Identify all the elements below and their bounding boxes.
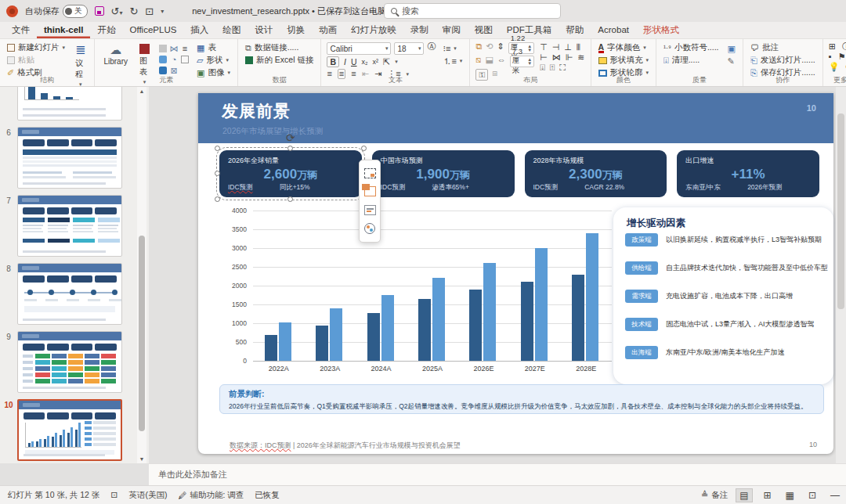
tab-审阅[interactable]: 审阅: [436, 22, 468, 38]
align-middle-icon[interactable]: ⊣: [552, 43, 560, 52]
data-links-button[interactable]: ⧉数据链接.....: [244, 42, 316, 53]
bar-2025A-s2[interactable]: [432, 278, 445, 361]
bar-2024A-s1[interactable]: [367, 313, 380, 361]
font-name-combo[interactable]: Calibri▾: [327, 42, 391, 55]
align-top-icon[interactable]: ⊤: [540, 43, 548, 52]
comments-button[interactable]: 🗩批注: [749, 42, 817, 53]
slide-thumbnail-7[interactable]: [17, 195, 122, 257]
slider-icon[interactable]: ⊠: [170, 67, 177, 75]
tab-动画[interactable]: 动画: [312, 22, 344, 38]
bar-2022A-s2[interactable]: [279, 322, 291, 361]
slide-thumbnail-8[interactable]: [17, 263, 122, 325]
bullets-icon[interactable]: ≡: [183, 45, 187, 53]
tab-视图[interactable]: 视图: [468, 22, 500, 38]
canvas-scrollbar-thumb[interactable]: [837, 113, 844, 309]
autosave-toggle[interactable]: 自动保存 关: [25, 5, 88, 18]
rounded-rect-icon[interactable]: [159, 56, 167, 63]
tab-think-cell[interactable]: think-cell: [37, 22, 90, 38]
growth-drivers-panel[interactable]: 增长驱动因素 政策端以旧换新延续，购置税减半执行，L3智驾补贴预期供给端自主品牌…: [613, 207, 833, 384]
bold-button[interactable]: B: [327, 56, 339, 67]
selection-handle-tr[interactable]: [361, 146, 367, 151]
slide-thumbnail-partial[interactable]: [17, 87, 122, 121]
slideshow-view-button[interactable]: ⊡: [805, 489, 819, 502]
customize-qat-icon[interactable]: ▾: [161, 8, 164, 15]
tab-形状格式[interactable]: 形状格式: [636, 22, 686, 38]
selection-handle-bl[interactable]: [215, 196, 220, 202]
slide-sorter-view-button[interactable]: ⊞: [761, 489, 775, 502]
driver-tag[interactable]: 需求端: [625, 290, 658, 303]
accessibility-status[interactable]: 🖉辅助功能: 调查: [179, 490, 244, 501]
snap-icon[interactable]: ⍗: [540, 63, 545, 72]
scrollbar-thumb[interactable]: [139, 236, 145, 431]
scroll-down-icon[interactable]: ▼: [137, 456, 146, 462]
shapes-button[interactable]: ▱形状▾: [195, 55, 232, 66]
save-icon[interactable]: [95, 6, 104, 16]
tab-绘图[interactable]: 绘图: [215, 22, 248, 38]
library-button[interactable]: ☁Library: [100, 42, 131, 67]
clear-formatting-icon[interactable]: Ⓐ: [427, 42, 436, 55]
send-slides-button[interactable]: ⎗发送幻灯片......: [749, 55, 817, 66]
slide-canvas[interactable]: 发展前景 2026年市场展望与增长预测 10 2026年全球销量2,600万辆I…: [198, 93, 833, 454]
stack-icon[interactable]: ≋: [577, 53, 584, 62]
grow-icon[interactable]: ⍐: [550, 63, 555, 72]
pin-icon[interactable]: ⚑: [838, 52, 846, 61]
height-icon[interactable]: ⇕: [497, 42, 504, 54]
align-bottom-icon[interactable]: ⊥: [564, 43, 572, 52]
rotate-handle[interactable]: ⟳: [284, 131, 297, 144]
flag-icon[interactable]: ▪: [829, 52, 832, 61]
pie-icon[interactable]: ◔: [172, 56, 177, 64]
bar-2028E-s2[interactable]: [586, 233, 598, 361]
right-obj-icon[interactable]: ⊩: [566, 53, 573, 62]
tab-插入[interactable]: 插入: [183, 22, 215, 38]
canvas-scrollbar[interactable]: [836, 87, 846, 463]
underline-button[interactable]: U: [351, 57, 357, 67]
tab-开始[interactable]: 开始: [90, 22, 122, 38]
tab-录制[interactable]: 录制: [403, 22, 436, 38]
width-icon[interactable]: ⇔: [497, 56, 506, 67]
slide-thumbnail-6[interactable]: [17, 127, 122, 189]
kpi-card-3[interactable]: 2028年市场规模2,300万辆IDC预测CAGR 22.8%: [525, 150, 667, 197]
bar-2023A-s2[interactable]: [330, 308, 342, 361]
tab-设计[interactable]: 设计: [248, 22, 280, 38]
bar-2023A-s1[interactable]: [316, 326, 328, 361]
tab-文件[interactable]: 文件: [5, 22, 37, 38]
driver-tag[interactable]: 技术端: [625, 318, 658, 331]
subscript-button[interactable]: x₂: [362, 58, 368, 66]
selection-handle-t[interactable]: [287, 146, 293, 151]
compare-icon[interactable]: ✎: [728, 57, 735, 66]
selection-handle-tl[interactable]: [215, 146, 220, 151]
document-title[interactable]: nev_investment_research.pptx • 已保存到这台电脑 …: [192, 5, 395, 17]
driver-tag[interactable]: 政策端: [625, 233, 658, 247]
slide-thumbnail-9[interactable]: [17, 331, 122, 393]
tab-切换[interactable]: 切换: [280, 22, 312, 38]
info-icon[interactable]: ⓘ: [842, 42, 846, 51]
list-tool-icon[interactable]: [364, 205, 376, 215]
tab-Acrobat[interactable]: Acrobat: [591, 22, 636, 38]
superscript-button[interactable]: x²: [373, 58, 379, 66]
selection-tool-icon[interactable]: [364, 168, 376, 178]
tab-OfficePLUS[interactable]: OfficePLUS: [122, 22, 183, 38]
new-excel-link-button[interactable]: 新的 Excel 链接: [244, 55, 316, 66]
flip-icon[interactable]: ⬓: [485, 56, 493, 67]
duplicate-icon[interactable]: ⧉: [475, 42, 482, 54]
font-color-button[interactable]: A字体颜色▾: [597, 42, 651, 53]
center-obj-icon[interactable]: ⋈: [552, 53, 561, 62]
tab-帮助[interactable]: 帮助: [559, 22, 591, 38]
kpi-card-1[interactable]: 2026年全球销量2,600万辆IDC预测同比+15%⟳: [219, 150, 362, 197]
decimal-symbol-button[interactable]: ¹·⁹小数符号.....: [662, 42, 720, 53]
sales-bar-chart[interactable]: 050010001500200025003000350040002022A202…: [222, 207, 620, 375]
new-slide-button[interactable]: 新建幻灯片▾: [5, 42, 67, 53]
language-indicator[interactable]: 英语(美国): [129, 490, 168, 501]
undo-icon[interactable]: ↺▾: [111, 6, 123, 16]
thumbnail-scrollbar[interactable]: ▲ ▼: [137, 87, 146, 463]
tips-icon[interactable]: 💡: [829, 63, 840, 71]
slide-thumbnail-10[interactable]: [17, 399, 122, 461]
notes-placeholder[interactable]: 单击此处添加备注: [158, 469, 227, 481]
bar-2026E-s1[interactable]: [469, 290, 482, 361]
checkbox-icon[interactable]: [181, 56, 189, 63]
image-quality-icon[interactable]: ▣: [728, 45, 736, 53]
bar-2027E-s2[interactable]: [535, 248, 548, 361]
zoom-out-button[interactable]: —: [827, 489, 843, 502]
selection-handle-b[interactable]: [287, 196, 293, 202]
swap-icon[interactable]: ⧅: [475, 56, 481, 67]
